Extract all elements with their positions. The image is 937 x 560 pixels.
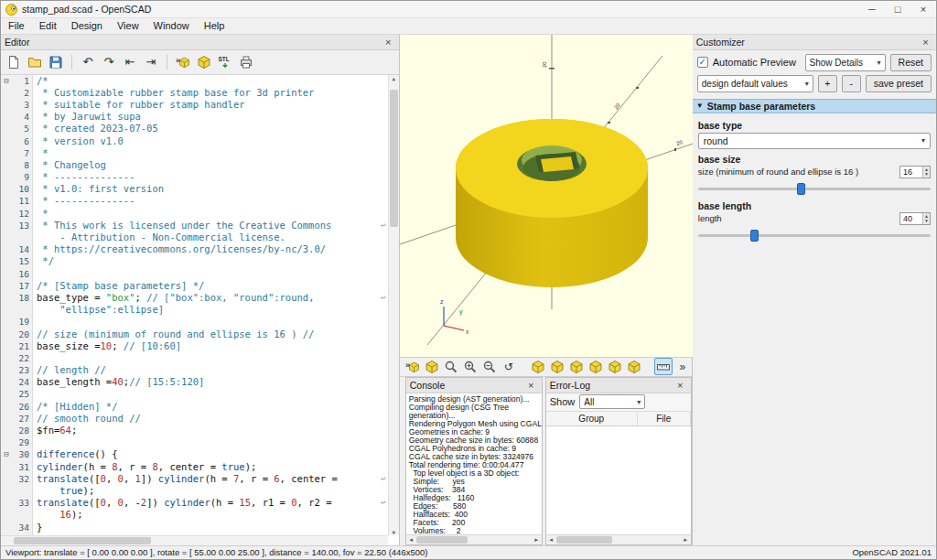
- code-line[interactable]: 12 *: [1, 208, 388, 220]
- remove-preset-button[interactable]: -: [842, 75, 861, 92]
- code-line[interactable]: 2 * Customizable rubber stamp base for 3…: [1, 87, 388, 99]
- preview-icon[interactable]: [173, 52, 193, 72]
- export-stl-icon[interactable]: [215, 52, 235, 72]
- 3d-viewport[interactable]: 10 20 10 20 10 20: [400, 35, 693, 357]
- code-line[interactable]: "ellipse":ellipse]: [1, 304, 388, 316]
- code-line[interactable]: 31cylinder(h = 8, r = 8, center = true);: [1, 461, 388, 473]
- code-line[interactable]: 34}: [1, 522, 388, 533]
- send-to-printer-icon[interactable]: [236, 52, 256, 72]
- zoom-all-icon[interactable]: [442, 358, 460, 375]
- reset-view-icon[interactable]: ↺: [500, 358, 518, 375]
- indent-icon[interactable]: ⇥: [141, 52, 161, 72]
- slider-handle[interactable]: [797, 183, 805, 195]
- editor-vertical-scrollbar[interactable]: ▲ ▼: [388, 75, 399, 535]
- code-line[interactable]: 6 * version v1.0: [1, 135, 388, 147]
- slider-groove[interactable]: [698, 234, 931, 237]
- slider-groove[interactable]: [698, 188, 931, 190]
- scroll-left-icon[interactable]: ◄: [406, 535, 416, 544]
- editor-close-icon[interactable]: ×: [382, 37, 395, 48]
- save-file-icon[interactable]: [46, 52, 66, 72]
- new-file-icon[interactable]: [4, 52, 24, 72]
- code-line[interactable]: 20// size (minimum of round and ellipse …: [1, 328, 388, 340]
- code-line[interactable]: 13 * This work is licensed under the Cre…: [1, 220, 388, 232]
- maximize-button[interactable]: □: [885, 1, 910, 17]
- code-line[interactable]: ⊟1/*: [1, 75, 388, 87]
- code-line[interactable]: 8 * Changelog: [1, 159, 388, 171]
- code-line[interactable]: 29: [1, 436, 388, 448]
- show-details-dropdown[interactable]: Show Details ▾: [805, 54, 886, 71]
- close-button[interactable]: ×: [910, 1, 936, 17]
- error-log-horizontal-scrollbar[interactable]: ◄ ►: [546, 534, 691, 544]
- code-line[interactable]: 17/* [Stamp base parameters] */: [1, 280, 388, 292]
- zoom-in-icon[interactable]: [461, 358, 479, 375]
- fold-marker-icon[interactable]: ⊟: [1, 448, 12, 460]
- base-length-spinbox[interactable]: 40 ▲▼: [899, 212, 931, 225]
- view-back-icon[interactable]: [625, 358, 643, 375]
- code-line[interactable]: 3 * suitable for rubber stamp handler: [1, 99, 388, 111]
- view-bottom-icon[interactable]: [567, 358, 586, 375]
- fold-marker-icon[interactable]: ⊟: [1, 75, 12, 87]
- code-line[interactable]: true);: [1, 485, 388, 497]
- scrollbar-thumb[interactable]: [14, 537, 151, 544]
- code-line[interactable]: 19: [1, 316, 388, 328]
- spinner-arrows-icon[interactable]: ▲▼: [922, 213, 930, 224]
- code-line[interactable]: 32translate([0, 0, 1]) cylinder(h = 7, r…: [1, 473, 388, 485]
- base-length-slider[interactable]: [698, 228, 931, 242]
- code-line[interactable]: 16);: [1, 509, 388, 521]
- code-line[interactable]: 33translate([0, 0, -2]) cylinder(h = 15,…: [1, 497, 388, 509]
- render-icon[interactable]: [423, 358, 441, 375]
- zoom-out-icon[interactable]: [480, 358, 499, 375]
- code-line[interactable]: 27// smooth round //: [1, 413, 388, 425]
- add-preset-button[interactable]: +: [818, 75, 837, 92]
- view-top-icon[interactable]: [548, 358, 566, 375]
- code-line[interactable]: 18base_type = "box"; // ["box":box, "rou…: [1, 292, 388, 304]
- console-output[interactable]: Parsing design (AST generation)...Compil…: [406, 393, 542, 534]
- code-line[interactable]: 23// length //: [1, 364, 388, 376]
- code-line[interactable]: 11 * --------------: [1, 195, 388, 207]
- editor-horizontal-scrollbar[interactable]: [1, 535, 388, 545]
- scroll-right-icon[interactable]: ►: [532, 535, 542, 544]
- spinner-arrows-icon[interactable]: ▲▼: [922, 167, 930, 178]
- code-line[interactable]: 14 * https://creativecommons.org/license…: [1, 243, 388, 255]
- base-type-select[interactable]: round ▾: [698, 133, 931, 149]
- code-line[interactable]: 28$fn=64;: [1, 425, 388, 436]
- column-header-group[interactable]: Group: [546, 412, 638, 425]
- save-preset-button[interactable]: save preset: [866, 75, 932, 92]
- view-right-icon[interactable]: [529, 358, 547, 375]
- automatic-preview-checkbox[interactable]: ✓: [697, 57, 708, 68]
- toolbar-overflow-icon[interactable]: »: [673, 358, 692, 375]
- menu-edit[interactable]: Edit: [32, 19, 64, 32]
- view-front-icon[interactable]: [606, 358, 624, 375]
- code-line[interactable]: 24base_length =40;// [15:5:120]: [1, 376, 388, 388]
- render-icon[interactable]: [194, 52, 214, 72]
- base-size-slider[interactable]: [698, 181, 931, 196]
- error-log-table-body[interactable]: [546, 426, 691, 534]
- code-line[interactable]: 10 * v1.0: first version: [1, 183, 388, 195]
- code-line[interactable]: 15 */: [1, 255, 388, 267]
- code-line[interactable]: 7 *: [1, 147, 388, 159]
- slider-handle[interactable]: [750, 230, 759, 242]
- scroll-down-icon[interactable]: ▼: [389, 529, 399, 535]
- customizer-close-icon[interactable]: ×: [919, 37, 932, 48]
- error-filter-dropdown[interactable]: All ▾: [579, 394, 645, 409]
- scrollbar-thumb[interactable]: [416, 536, 468, 544]
- menu-view[interactable]: View: [110, 19, 146, 32]
- menu-file[interactable]: File: [1, 19, 32, 32]
- scroll-right-icon[interactable]: ►: [681, 535, 691, 544]
- reset-button[interactable]: Reset: [890, 54, 932, 71]
- code-line[interactable]: 21base_size =10; // [10:60]: [1, 340, 388, 352]
- code-line[interactable]: 9 * --------------: [1, 171, 388, 183]
- code-line[interactable]: 5 * created 2023-07-05: [1, 123, 388, 135]
- code-line[interactable]: 4 * by Jaruwit supa: [1, 111, 388, 123]
- console-horizontal-scrollbar[interactable]: ◄ ►: [406, 534, 542, 544]
- code-editor[interactable]: ⊟1/*2 * Customizable rubber stamp base f…: [1, 75, 399, 545]
- code-line[interactable]: 22: [1, 352, 388, 364]
- code-line[interactable]: ⊟30difference() {: [1, 448, 388, 460]
- base-size-spinbox[interactable]: 16 ▲▼: [899, 166, 931, 178]
- preset-dropdown[interactable]: design default values ▾: [697, 75, 813, 92]
- scrollbar-thumb[interactable]: [390, 90, 398, 227]
- code-line[interactable]: 25: [1, 388, 388, 400]
- undo-icon[interactable]: ↶: [78, 52, 98, 72]
- orthogonal-view-icon[interactable]: [654, 358, 673, 375]
- redo-icon[interactable]: ↷: [99, 52, 119, 72]
